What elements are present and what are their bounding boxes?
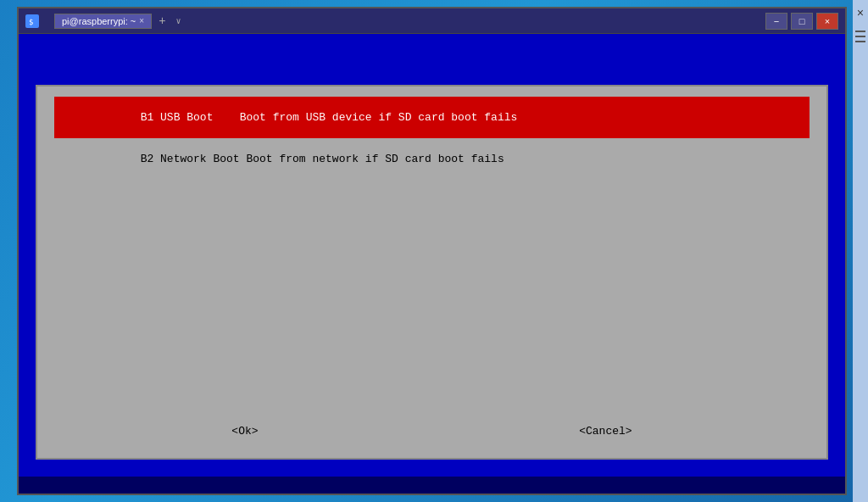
menu-item-b1-label: B1 USB Boot Boot from USB device if SD c… — [141, 111, 518, 124]
dialog-box: B1 USB Boot Boot from USB device if SD c… — [36, 85, 828, 460]
window-controls: − □ × — [765, 13, 838, 30]
dialog-title-line-right — [619, 45, 670, 47]
minimize-btn[interactable]: − — [765, 13, 787, 30]
dialog-title-line-left — [194, 45, 245, 47]
terminal-icon: $ — [25, 14, 39, 28]
maximize-btn[interactable]: □ — [791, 13, 813, 30]
menu-item-b2-label: B2 Network Boot Boot from network if SD … — [141, 153, 504, 165]
right-panel: × — [853, 0, 868, 502]
right-panel-close[interactable]: × — [857, 7, 864, 20]
dialog-container: Raspberry Pi Software Configuration Tool… — [36, 51, 828, 460]
menu-item-b1[interactable]: B1 USB Boot Boot from USB device if SD c… — [54, 97, 810, 138]
tab-add-btn[interactable]: + — [155, 14, 169, 28]
dialog-title-text: Raspberry Pi Software Configuration Tool… — [245, 39, 619, 52]
tab-close-btn[interactable]: × — [139, 16, 144, 25]
dialog-title-bar: Raspberry Pi Software Configuration Tool… — [194, 39, 670, 52]
svg-text:$: $ — [29, 18, 33, 26]
terminal-window: $ pi@raspberrypi: ~ × + ∨ − □ × Raspbe — [17, 7, 847, 495]
right-panel-line-1 — [855, 31, 865, 32]
right-panel-lines — [855, 31, 865, 42]
cancel-button[interactable]: <Cancel> — [565, 421, 645, 441]
tab-label: pi@raspberrypi: ~ — [62, 16, 136, 26]
tab-dropdown-btn[interactable]: ∨ — [173, 16, 185, 26]
bottom-bar — [19, 477, 845, 494]
title-bar: $ pi@raspberrypi: ~ × + ∨ − □ × — [19, 8, 845, 34]
right-panel-line-2 — [855, 36, 865, 37]
active-tab[interactable]: pi@raspberrypi: ~ × — [54, 14, 152, 29]
ok-button[interactable]: <Ok> — [218, 421, 271, 441]
close-btn[interactable]: × — [816, 13, 838, 30]
terminal-body: Raspberry Pi Software Configuration Tool… — [19, 34, 845, 477]
right-panel-line-3 — [855, 41, 865, 42]
dialog-buttons: <Ok> <Cancel> — [37, 408, 826, 458]
menu-item-b2[interactable]: B2 Network Boot Boot from network if SD … — [54, 138, 810, 180]
tab-area: pi@raspberrypi: ~ × + ∨ — [54, 14, 185, 29]
dialog-content: B1 USB Boot Boot from USB device if SD c… — [37, 86, 826, 408]
